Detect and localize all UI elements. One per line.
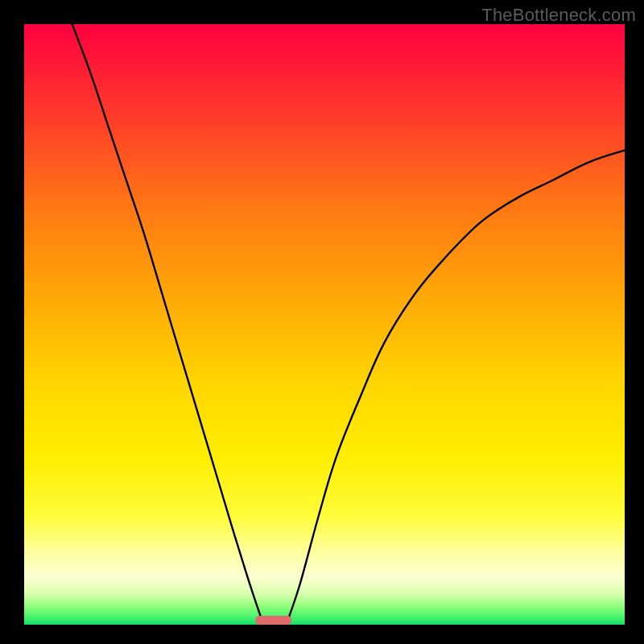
chart-frame: TheBottleneck.com [0,0,644,644]
curves-layer [24,24,625,625]
left-branch-path [72,24,262,619]
plot-area [24,24,625,625]
right-branch-path [288,151,625,619]
watermark-text: TheBottleneck.com [481,5,636,26]
optimal-marker [255,616,291,625]
